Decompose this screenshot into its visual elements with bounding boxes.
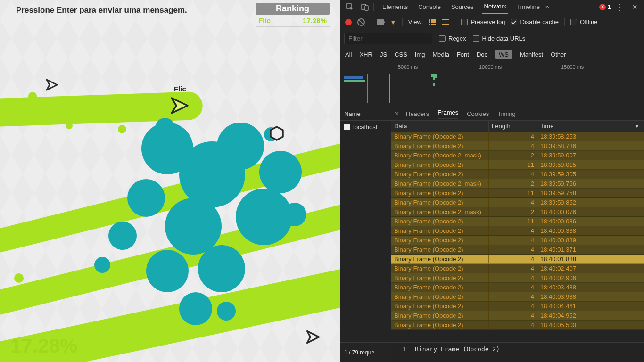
- ws-frame-row[interactable]: Binary Frame (Opcode 2)418:40:01.371: [391, 245, 644, 255]
- ws-tab-frames[interactable]: Frames: [438, 109, 458, 119]
- tab-elements[interactable]: Elements: [380, 0, 410, 14]
- filter-input[interactable]: [344, 33, 432, 44]
- ws-frame-row[interactable]: Binary Frame (Opcode 2)1118:39:59.758: [391, 189, 644, 198]
- ws-cell-length: 4: [489, 141, 537, 150]
- close-icon[interactable]: ✕: [394, 110, 399, 117]
- game-hint: Pressione Enter para enviar uma mensagem…: [16, 6, 187, 15]
- disable-cache-checkbox[interactable]: Disable cache: [511, 18, 559, 25]
- hide-data-urls-checkbox[interactable]: Hide data URLs: [473, 35, 526, 42]
- overview-marker: [367, 74, 368, 103]
- type-tab-other[interactable]: Other: [551, 51, 566, 58]
- ws-frame-row[interactable]: Binary Frame (Opcode 2)418:39:59.305: [391, 170, 644, 179]
- ws-frame-row[interactable]: Binary Frame (Opcode 2)418:40:01.888: [391, 255, 644, 264]
- tab-network[interactable]: Network: [482, 0, 509, 14]
- clear-icon[interactable]: [357, 18, 365, 26]
- ws-frame-row[interactable]: Binary Frame (Opcode 2, mask)218:40:00.0…: [391, 207, 644, 217]
- ws-cell-length: 4: [489, 198, 537, 207]
- ws-cell-time: 18:39:59.305: [537, 170, 644, 179]
- request-row[interactable]: localhost: [340, 121, 391, 133]
- ws-cell-data: Binary Frame (Opcode 2): [391, 311, 489, 320]
- view-small-icon[interactable]: [442, 19, 449, 25]
- ws-frame-row[interactable]: Binary Frame (Opcode 2, mask)218:39:59.0…: [391, 151, 644, 160]
- type-tab-ws[interactable]: WS: [495, 50, 512, 59]
- tab-timeline[interactable]: Timeline: [515, 0, 542, 14]
- ws-frame-row[interactable]: Binary Frame (Opcode 2)1118:40:00.086: [391, 217, 644, 226]
- offline-checkbox[interactable]: Offline: [570, 18, 597, 25]
- ws-frame-row[interactable]: Binary Frame (Opcode 2)418:40:02.906: [391, 273, 644, 283]
- type-tab-doc[interactable]: Doc: [477, 51, 487, 58]
- type-tab-xhr[interactable]: XHR: [359, 51, 372, 58]
- game-viewport[interactable]: Flic Pressione Enter para enviar uma men…: [0, 0, 340, 362]
- ws-frame-row[interactable]: Binary Frame (Opcode 2, mask)218:39:59.7…: [391, 179, 644, 189]
- type-tab-js[interactable]: JS: [380, 51, 387, 58]
- overview-tick: 5000 ms: [398, 64, 418, 70]
- ws-frame-row[interactable]: Binary Frame (Opcode 2)418:40:05.500: [391, 321, 644, 330]
- ws-cell-length: 4: [489, 311, 537, 320]
- screenshot-icon[interactable]: [377, 19, 384, 25]
- separator: [455, 18, 455, 26]
- preserve-log-checkbox[interactable]: Preserve log: [461, 18, 505, 25]
- ws-cell-data: Binary Frame (Opcode 2): [391, 283, 489, 292]
- ws-cell-length: 4: [489, 236, 537, 245]
- network-body: Name localhost ✕ HeadersFramesCookiesTim…: [340, 107, 644, 342]
- ws-cell-data: Binary Frame (Opcode 2): [391, 273, 489, 282]
- ws-frame-row[interactable]: Binary Frame (Opcode 2)418:39:59.852: [391, 198, 644, 207]
- ws-cell-data: Binary Frame (Opcode 2, mask): [391, 207, 489, 216]
- ws-cell-data: Binary Frame (Opcode 2, mask): [391, 179, 489, 188]
- tab-sources[interactable]: Sources: [449, 0, 476, 14]
- type-tab-css[interactable]: CSS: [395, 51, 407, 58]
- device-toggle-icon[interactable]: [358, 1, 372, 13]
- ws-frame-row[interactable]: Binary Frame (Opcode 2)418:40:00.338: [391, 226, 644, 236]
- ws-frame-row[interactable]: Binary Frame (Opcode 2)418:39:58.786: [391, 141, 644, 151]
- paint-blob: [217, 123, 264, 170]
- ws-cell-data: Binary Frame (Opcode 2): [391, 321, 489, 329]
- ws-tab-timing[interactable]: Timing: [497, 110, 516, 117]
- ws-col-header-data[interactable]: Data: [391, 121, 489, 132]
- ws-tab-cookies[interactable]: Cookies: [467, 110, 489, 117]
- paint-blob: [94, 257, 110, 273]
- regex-checkbox[interactable]: Regex: [439, 35, 466, 42]
- ws-frame-row[interactable]: Binary Frame (Opcode 2)418:40:00.839: [391, 236, 644, 245]
- ws-col-header-length[interactable]: Length: [489, 121, 537, 132]
- ws-col-header-time[interactable]: Time: [537, 121, 644, 132]
- ws-cell-time: 18:39:59.015: [537, 160, 644, 169]
- ws-cell-length: 11: [489, 217, 537, 226]
- ws-cell-length: 2: [489, 207, 537, 216]
- ws-tab-headers[interactable]: Headers: [406, 110, 429, 117]
- requests-panel: Name localhost: [340, 107, 391, 342]
- type-tab-all[interactable]: All: [345, 51, 352, 58]
- request-name: localhost: [353, 123, 377, 131]
- offline-label: Offline: [580, 18, 597, 25]
- ws-frame-row[interactable]: Binary Frame (Opcode 2)1118:39:59.015: [391, 160, 644, 170]
- ws-frame-row[interactable]: Binary Frame (Opcode 2)418:40:04.461: [391, 302, 644, 311]
- ws-frame-row[interactable]: Binary Frame (Opcode 2)418:40:03.938: [391, 292, 644, 302]
- type-tab-img[interactable]: Img: [415, 51, 425, 58]
- close-icon[interactable]: ✕: [628, 1, 641, 13]
- network-toolbar: ▼ View: Preserve log Disable cache Offli…: [340, 14, 644, 30]
- ws-frame-row[interactable]: Binary Frame (Opcode 2)418:40:04.962: [391, 311, 644, 321]
- kebab-menu-icon[interactable]: ⋮: [613, 1, 626, 13]
- type-tab-manifest[interactable]: Manifest: [520, 51, 543, 58]
- ws-frame-row[interactable]: Binary Frame (Opcode 2)418:40:03.438: [391, 283, 644, 292]
- tabs-overflow[interactable]: »: [544, 0, 551, 14]
- inspect-icon[interactable]: [343, 1, 356, 13]
- ws-cell-time: 18:39:59.758: [537, 189, 644, 197]
- preserve-log-label: Preserve log: [471, 18, 505, 25]
- ws-rows[interactable]: Binary Frame (Opcode 2)418:39:58.253Bina…: [391, 132, 644, 342]
- ws-frame-row[interactable]: Binary Frame (Opcode 2)418:40:02.407: [391, 264, 644, 273]
- record-icon[interactable]: [345, 19, 352, 25]
- type-tab-font[interactable]: Font: [457, 51, 469, 58]
- view-large-icon[interactable]: [429, 19, 436, 25]
- ws-cell-data: Binary Frame (Opcode 2): [391, 189, 489, 197]
- sort-indicator-icon: [635, 125, 639, 128]
- ws-cell-length: 4: [489, 283, 537, 292]
- status-bar: 1 / 79 reque…: [340, 342, 391, 362]
- type-tab-media[interactable]: Media: [432, 51, 449, 58]
- ws-frame-row[interactable]: Binary Frame (Opcode 2)418:39:58.253: [391, 132, 644, 141]
- tab-console[interactable]: Console: [416, 0, 443, 14]
- ws-cell-data: Binary Frame (Opcode 2): [391, 217, 489, 226]
- filter-icon[interactable]: ▼: [390, 18, 396, 26]
- error-badge[interactable]: ✕ 1: [599, 3, 611, 10]
- network-overview[interactable]: 5000 ms 10000 ms 15000 ms: [340, 62, 644, 107]
- requests-header[interactable]: Name: [340, 107, 391, 121]
